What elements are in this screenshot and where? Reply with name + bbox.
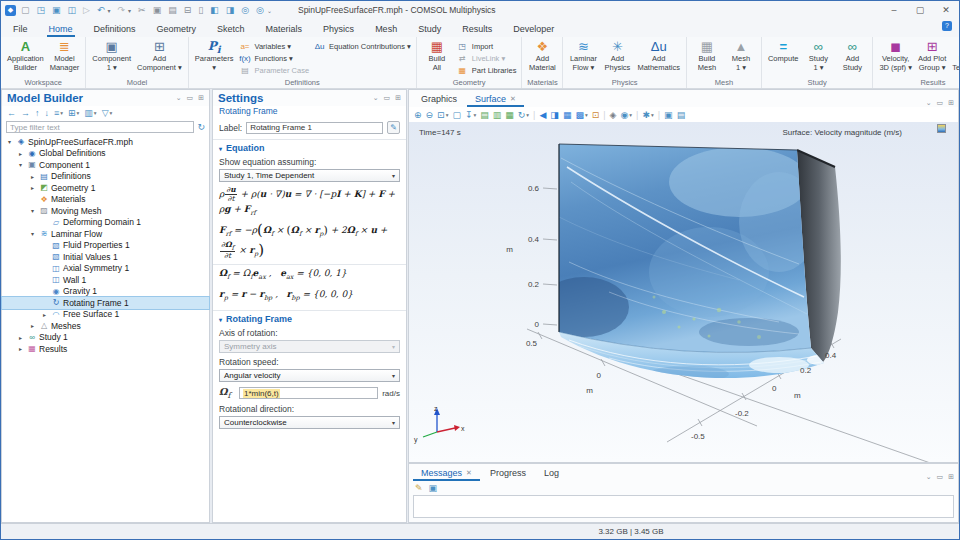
compute-button[interactable]: = Compute	[765, 38, 801, 65]
label-field[interactable]: Rotating Frame 1	[246, 122, 383, 134]
mesh-1-button[interactable]: ▲ Mesh1 ▾	[724, 38, 758, 73]
application-builder-button[interactable]: A ApplicationBuilder	[4, 38, 47, 73]
image-settings-icon[interactable]: ⊡	[592, 110, 600, 120]
study-1-button[interactable]: ∞ Study1 ▾	[801, 38, 835, 73]
tree-item-root[interactable]: ▾◈SpinUpFreeSurfaceFR.mph	[2, 136, 209, 148]
tab-surface[interactable]: Surface✕	[467, 92, 524, 107]
scene-light-icon[interactable]: ◀	[539, 110, 546, 120]
component-1-button[interactable]: ▣ Component1 ▾	[89, 38, 134, 73]
save-icon[interactable]: ▣	[52, 5, 61, 15]
section-rotating-frame[interactable]: ▾ Rotating Frame	[213, 311, 406, 326]
parameters-button[interactable]: Pi Parameters▾	[192, 38, 237, 73]
panel-float-icon[interactable]: ▭	[937, 473, 944, 481]
close-icon[interactable]: ✕	[510, 95, 516, 103]
help-icon[interactable]: ?	[942, 21, 952, 31]
rotational-direction-select[interactable]: Counterclockwise▾	[219, 416, 400, 429]
open-icon[interactable]: ◳	[37, 5, 46, 15]
zoom-in-icon[interactable]: ⊕	[414, 110, 422, 120]
tree-item-fluid-properties-1[interactable]: ▧Fluid Properties 1	[2, 240, 209, 252]
add-study-button[interactable]: ∞ AddStudy	[835, 38, 869, 73]
equation-contributions-button[interactable]: Δu Equation Contributions ▾	[313, 40, 411, 52]
tab-mesh[interactable]: Mesh	[373, 22, 399, 37]
tree-item-study-1[interactable]: ▸∞Study 1	[2, 332, 209, 344]
add-plot-group-button[interactable]: ⊞ Add PlotGroup ▾	[915, 38, 949, 73]
tree-item-results[interactable]: ▸▦Results	[2, 343, 209, 355]
tree-item-moving-mesh[interactable]: ▾▨Moving Mesh	[2, 205, 209, 217]
color-theme-icon[interactable]: ▩	[575, 110, 584, 120]
lock-icon[interactable]: ◈	[610, 110, 617, 120]
scene-3d[interactable]: 0.6 0.4 0.2 0 m 0.5 0 m 0.4 0.2 0 m -0.2…	[409, 122, 958, 462]
delete-icon[interactable]: ▯	[198, 5, 203, 15]
add-physics-button[interactable]: ✳ AddPhysics	[600, 38, 634, 73]
tree-item-component-1[interactable]: ▾▣Component 1	[2, 159, 209, 171]
select-window-icon[interactable]: ◧	[210, 5, 219, 15]
maximize-button[interactable]: ▢	[907, 5, 933, 15]
tab-developer[interactable]: Developer	[511, 22, 556, 37]
clear-messages-icon[interactable]: ✎	[415, 483, 423, 493]
import-button[interactable]: ◳ Import	[456, 40, 517, 52]
plot-area[interactable]: Time=147 s Surface: Velocity magnitude (…	[409, 122, 958, 462]
forward-icon[interactable]: →	[21, 108, 30, 118]
view-yz-icon[interactable]: ▥	[493, 110, 502, 120]
zoom-out-icon[interactable]: ⊖	[426, 110, 434, 120]
filter-button[interactable]: ▽▾	[102, 108, 113, 118]
tree-item-meshes[interactable]: ▸△Meshes	[2, 320, 209, 332]
collapse-all-button[interactable]: ≡▾	[54, 108, 63, 118]
snapshot-icon[interactable]: ▣	[664, 110, 673, 120]
build-all-button[interactable]: ▦ BuildAll	[420, 38, 454, 73]
panel-float-icon[interactable]: ▭	[384, 94, 391, 102]
tab-log[interactable]: Log	[536, 466, 567, 481]
panel-pin-icon[interactable]: ⊞	[948, 473, 954, 481]
panel-float-icon[interactable]: ▭	[187, 94, 194, 102]
copy-messages-icon[interactable]: ▣	[429, 483, 438, 493]
window-layout-icon[interactable]: ◨	[226, 5, 235, 15]
view-zx-icon[interactable]: ▦	[505, 110, 514, 120]
tree-item-global-definitions[interactable]: ▸◉Global Definitions	[2, 148, 209, 160]
laminar-flow-button[interactable]: ≋ LaminarFlow ▾	[566, 38, 600, 73]
print-icon[interactable]: ▤	[677, 110, 686, 120]
rename-icon[interactable]: ✎	[387, 121, 400, 134]
rotation-speed-select[interactable]: Angular velocity▾	[219, 369, 400, 382]
view-xy-icon[interactable]: ▤	[480, 110, 489, 120]
tree-item-geometry-1[interactable]: ▸◩Geometry 1	[2, 182, 209, 194]
show-grid-icon[interactable]: ▦	[563, 110, 572, 120]
add-mathematics-button[interactable]: Δu AddMathematics	[634, 38, 683, 73]
go-to-default-view-icon[interactable]: ↧	[465, 110, 473, 120]
velocity-3d-button[interactable]: ◼ Velocity,3D (spf) ▾	[876, 38, 915, 73]
tree-item-rotating-frame-1[interactable]: ↻Rotating Frame 1	[2, 297, 209, 309]
tree-item-free-surface-1[interactable]: ▸◠Free Surface 1	[2, 309, 209, 321]
tab-messages[interactable]: Messages✕	[413, 466, 480, 481]
functions-button[interactable]: f(x) Functions ▾	[238, 52, 309, 64]
paste-icon[interactable]: ▤	[168, 5, 177, 15]
panel-pin-icon[interactable]: ⊞	[395, 94, 401, 102]
refresh-icon[interactable]: ↻	[197, 122, 205, 132]
panel-collapse-icon[interactable]: ⌄	[926, 473, 932, 481]
section-equation[interactable]: ▾ Equation	[213, 140, 406, 155]
filter-input[interactable]	[6, 121, 194, 133]
save-as-icon[interactable]: ◫	[68, 5, 77, 15]
panel-float-icon[interactable]: ▭	[937, 99, 944, 107]
minimize-button[interactable]: –	[881, 5, 907, 15]
panel-pin-icon[interactable]: ⊞	[948, 99, 954, 107]
tree-item-gravity-1[interactable]: ◉Gravity 1	[2, 286, 209, 298]
undo-icon[interactable]: ↶	[97, 5, 105, 15]
tab-definitions[interactable]: Definitions	[92, 22, 138, 37]
duplicate-icon[interactable]: ⊟	[184, 5, 192, 15]
node-label-button[interactable]: ▥▾	[84, 108, 96, 118]
customize-qat-icon[interactable]: ⌄	[267, 7, 272, 14]
tab-graphics-window[interactable]: Graphics	[413, 92, 465, 107]
split-view-icon[interactable]: ◨	[550, 110, 559, 120]
panel-collapse-icon[interactable]: ⌄	[176, 94, 182, 102]
tab-home[interactable]: Home	[47, 22, 75, 37]
messages-content[interactable]	[413, 495, 954, 518]
tab-materials[interactable]: Materials	[264, 22, 305, 37]
model-manager-button[interactable]: ≣ ModelManager	[47, 38, 83, 73]
gear-icon[interactable]: ✱	[642, 110, 650, 120]
zoom-extents-icon[interactable]: ▢	[452, 110, 461, 120]
tree-item-materials[interactable]: ❖Materials	[2, 194, 209, 206]
tree-item-initial-values-1[interactable]: ▧Initial Values 1	[2, 251, 209, 263]
variables-button[interactable]: a= Variables ▾	[238, 40, 309, 52]
tree-item-axial-symmetry-1[interactable]: ◫Axial Symmetry 1	[2, 263, 209, 275]
panel-collapse-icon[interactable]: ⌄	[926, 99, 932, 107]
cut-icon[interactable]: ✂	[138, 5, 146, 15]
